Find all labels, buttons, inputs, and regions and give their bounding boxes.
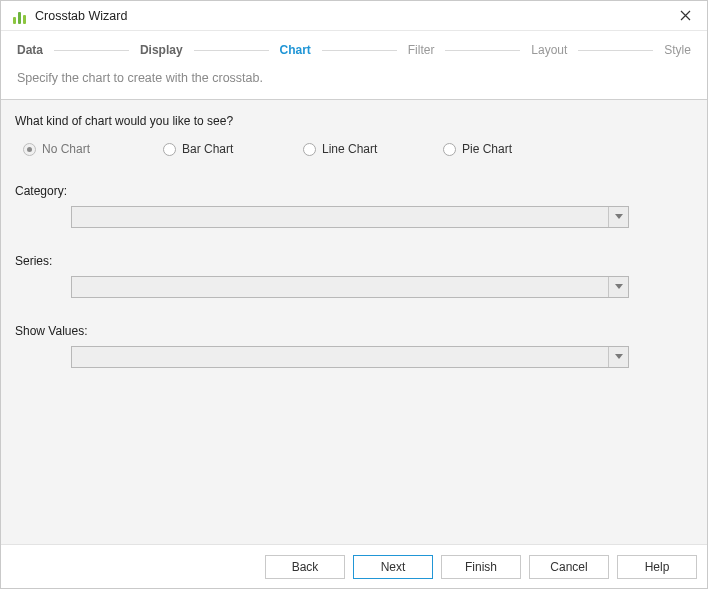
label-show-values: Show Values: (15, 324, 693, 338)
step-separator (445, 50, 520, 51)
radio-icon (163, 143, 176, 156)
wizard-body: What kind of chart would you like to see… (1, 100, 707, 544)
radio-icon (303, 143, 316, 156)
label-series: Series: (15, 254, 693, 268)
combo-button-series[interactable] (608, 277, 628, 297)
radio-label-bar-chart: Bar Chart (182, 142, 233, 156)
combo-button-category[interactable] (608, 207, 628, 227)
wizard-footer: Back Next Finish Cancel Help (1, 544, 707, 588)
step-separator (194, 50, 269, 51)
step-data[interactable]: Data (15, 43, 45, 57)
combo-show-values[interactable] (71, 346, 629, 368)
combo-value-series (72, 277, 608, 297)
next-button[interactable]: Next (353, 555, 433, 579)
combo-button-show-values[interactable] (608, 347, 628, 367)
step-separator (54, 50, 129, 51)
radio-bar-chart[interactable]: Bar Chart (163, 142, 303, 156)
field-series: Series: (15, 254, 693, 298)
field-show-values: Show Values: (15, 324, 693, 368)
step-layout[interactable]: Layout (529, 43, 569, 57)
radio-icon (443, 143, 456, 156)
radio-icon (23, 143, 36, 156)
combo-value-show-values (72, 347, 608, 367)
step-display[interactable]: Display (138, 43, 185, 57)
step-chart[interactable]: Chart (278, 43, 313, 57)
radio-label-no-chart: No Chart (42, 142, 90, 156)
combo-series[interactable] (71, 276, 629, 298)
step-style[interactable]: Style (662, 43, 693, 57)
finish-button[interactable]: Finish (441, 555, 521, 579)
step-filter[interactable]: Filter (406, 43, 437, 57)
help-button[interactable]: Help (617, 555, 697, 579)
wizard-steps: Data Display Chart Filter Layout Style (15, 41, 693, 59)
wizard-header: Data Display Chart Filter Layout Style S… (1, 31, 707, 100)
close-button[interactable] (671, 6, 699, 26)
chevron-down-icon (615, 214, 623, 220)
radio-line-chart[interactable]: Line Chart (303, 142, 443, 156)
chart-type-question: What kind of chart would you like to see… (15, 114, 693, 128)
field-category: Category: (15, 184, 693, 228)
step-separator (322, 50, 397, 51)
chart-type-radios: No Chart Bar Chart Line Chart Pie Chart (23, 142, 693, 156)
combo-value-category (72, 207, 608, 227)
radio-pie-chart[interactable]: Pie Chart (443, 142, 583, 156)
radio-label-pie-chart: Pie Chart (462, 142, 512, 156)
radio-no-chart[interactable]: No Chart (23, 142, 163, 156)
combo-category[interactable] (71, 206, 629, 228)
close-icon (680, 10, 691, 21)
step-separator (578, 50, 653, 51)
app-bars-icon (11, 8, 27, 24)
chevron-down-icon (615, 354, 623, 360)
window-title: Crosstab Wizard (35, 9, 127, 23)
crosstab-wizard-dialog: Crosstab Wizard Data Display Chart Filte… (0, 0, 708, 589)
wizard-subtitle: Specify the chart to create with the cro… (15, 71, 693, 85)
titlebar: Crosstab Wizard (1, 1, 707, 31)
label-category: Category: (15, 184, 693, 198)
cancel-button[interactable]: Cancel (529, 555, 609, 579)
radio-label-line-chart: Line Chart (322, 142, 377, 156)
chevron-down-icon (615, 284, 623, 290)
back-button[interactable]: Back (265, 555, 345, 579)
